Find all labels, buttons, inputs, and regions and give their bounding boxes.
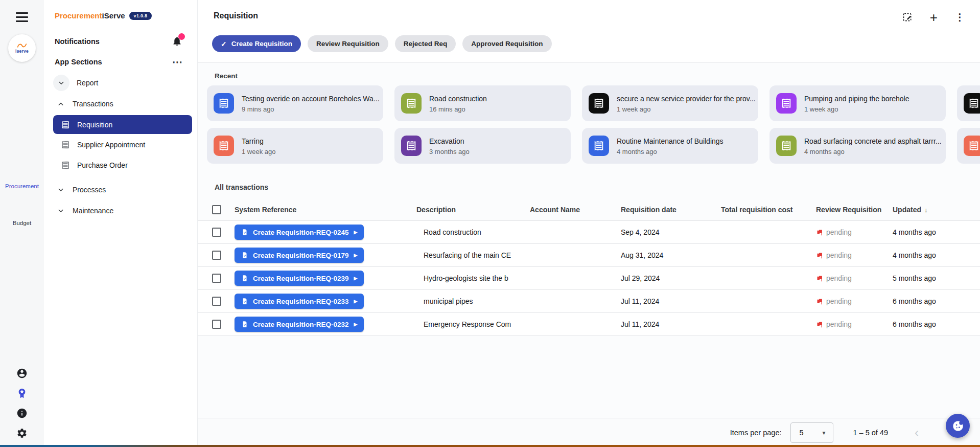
- requisition-reference-button[interactable]: Create Requisition-REQ-0245▶: [235, 225, 364, 240]
- rail-app-budget[interactable]: Budget: [0, 220, 44, 226]
- requisition-reference-button[interactable]: Create Requisition-REQ-0239▶: [235, 271, 364, 286]
- chip-label: Approved Requisition: [471, 40, 543, 48]
- add-button[interactable]: +: [930, 12, 938, 23]
- main-header: Requisition + ⋮ ✓Create Requisition Revi…: [198, 0, 980, 63]
- logo-swirl-icon: [16, 42, 28, 49]
- document-check-icon: [241, 298, 248, 305]
- sidebar-item-requisition[interactable]: Requisition: [53, 115, 192, 134]
- tab-create-requisition[interactable]: ✓Create Requisition: [212, 35, 301, 52]
- receipt-icon: [218, 140, 229, 151]
- tab-review-requisition[interactable]: Review Requisition: [308, 35, 388, 52]
- play-arrow-icon: ▶: [354, 322, 358, 327]
- tab-rejected-req[interactable]: Rejected Req: [395, 35, 456, 52]
- requisition-date-cell: Jul 11, 2024: [621, 297, 721, 305]
- rail-app-procurement[interactable]: Procurement: [0, 183, 44, 189]
- fab-button[interactable]: [946, 414, 970, 438]
- recent-card[interactable]: secure a new service provider for the pr…: [582, 85, 758, 121]
- recent-card[interactable]: Road surfacing concrete and asphalt tarr…: [769, 128, 946, 164]
- recent-card[interactable]: Routine Maintenance of Buildings4 months…: [582, 128, 758, 164]
- kebab-menu-icon[interactable]: ⋮: [955, 12, 965, 23]
- sidebar-section-maintenance[interactable]: Maintenance: [44, 200, 197, 221]
- notifications-label: Notifications: [55, 37, 100, 46]
- row-checkbox[interactable]: [212, 320, 221, 329]
- receipt-icon-badge: [401, 136, 422, 156]
- receipt-icon: [218, 98, 229, 109]
- review-status-cell: pending: [816, 297, 893, 305]
- recent-card[interactable]: Excavation3 months ago: [394, 128, 571, 164]
- section-label: Maintenance: [73, 207, 113, 215]
- info-icon[interactable]: [16, 408, 28, 419]
- row-checkbox[interactable]: [212, 251, 221, 260]
- more-options-icon[interactable]: ⋯: [172, 59, 183, 64]
- row-checkbox[interactable]: [212, 274, 221, 283]
- tab-approved-requisition[interactable]: Approved Requisition: [462, 35, 551, 52]
- previous-page-button[interactable]: ‹: [915, 428, 919, 438]
- requisition-date-cell: Jul 11, 2024: [621, 320, 721, 328]
- card-time: 3 months ago: [429, 148, 470, 155]
- chevron-down-icon: [56, 185, 65, 194]
- select-all-checkbox[interactable]: [212, 205, 221, 214]
- recent-card-peek[interactable]: [957, 85, 980, 121]
- sidebar-section-report[interactable]: Report: [44, 72, 197, 93]
- receipt-icon: [61, 161, 70, 170]
- sidebar-section-transactions[interactable]: Transactions: [44, 93, 197, 114]
- award-icon[interactable]: [16, 388, 28, 399]
- hamburger-menu-icon[interactable]: [16, 12, 28, 22]
- updated-cell: 6 months ago: [893, 297, 967, 305]
- page-title: Requisition: [214, 11, 258, 20]
- receipt-icon-badge: [401, 93, 422, 114]
- sidebar-item-purchase-order[interactable]: Purchase Order: [53, 155, 192, 175]
- sidebar-section-processes[interactable]: Processes: [44, 179, 197, 200]
- recent-card-peek[interactable]: [957, 128, 980, 164]
- sidebar-item-supplier-appointment[interactable]: Supplier Appointment: [53, 135, 192, 154]
- card-time: 1 week ago: [804, 105, 909, 113]
- card-title: Pumping and piping the borehole: [804, 95, 909, 103]
- row-checkbox[interactable]: [212, 228, 221, 237]
- updated-cell: 4 months ago: [893, 228, 967, 236]
- edit-view-button[interactable]: [902, 12, 913, 23]
- recent-card[interactable]: Testing overide on account Boreholes Wa.…: [207, 85, 383, 121]
- items-per-page-select[interactable]: 5 ▼: [790, 422, 833, 443]
- nav-item-label: Supplier Appointment: [77, 141, 145, 149]
- receipt-icon: [406, 98, 417, 109]
- recent-card[interactable]: Tarring1 week ago: [207, 128, 383, 164]
- items-per-page-label: Items per page:: [730, 429, 782, 437]
- requisition-reference-button[interactable]: Create Requisition-REQ-0232▶: [235, 317, 364, 332]
- description-cell: Road construction: [416, 228, 530, 236]
- requisition-reference-button[interactable]: Create Requisition-REQ-0179▶: [235, 248, 364, 263]
- receipt-icon: [968, 98, 979, 109]
- receipt-icon-badge: [964, 136, 980, 156]
- col-updated-label: Updated: [893, 206, 921, 214]
- description-cell: municipal pipes: [416, 297, 530, 305]
- reference-label: Create Requisition-REQ-0232: [253, 321, 349, 328]
- col-description: Description: [416, 206, 530, 214]
- recent-card[interactable]: Pumping and piping the borehole1 week ag…: [769, 85, 946, 121]
- flag-icon: [816, 275, 824, 282]
- iserve-logo-avatar[interactable]: iserve: [8, 34, 36, 62]
- flag-icon: [816, 252, 824, 259]
- requisition-reference-button[interactable]: Create Requisition-REQ-0233▶: [235, 294, 364, 309]
- table-row: Create Requisition-REQ-0239▶ Hydro-geolo…: [198, 267, 980, 290]
- recent-card[interactable]: Road construction16 mins ago: [394, 85, 571, 121]
- card-title: Road surfacing concrete and asphalt tarr…: [804, 137, 941, 145]
- card-title: Excavation: [429, 137, 464, 145]
- row-checkbox[interactable]: [212, 297, 221, 306]
- settings-icon[interactable]: [16, 428, 28, 439]
- table-row: Create Requisition-REQ-0233▶ municipal p…: [198, 290, 980, 313]
- pending-label: pending: [826, 251, 852, 259]
- receipt-icon: [593, 98, 604, 109]
- play-arrow-icon: ▶: [354, 230, 358, 235]
- receipt-icon: [61, 140, 70, 149]
- header-actions: + ⋮: [902, 12, 965, 23]
- version-badge: v1.0.8: [129, 12, 152, 20]
- table-row: Create Requisition-REQ-0179▶ Resurfacing…: [198, 244, 980, 267]
- brand-secondary: iServe: [102, 11, 125, 20]
- description-cell: Emergency Response Com: [416, 320, 530, 328]
- recent-cards-row-1: Testing overide on account Boreholes Wa.…: [207, 85, 980, 121]
- notifications-bell-button[interactable]: [172, 36, 183, 47]
- col-updated[interactable]: Updated↓: [893, 206, 967, 214]
- receipt-icon: [968, 140, 979, 151]
- sort-desc-icon: ↓: [924, 206, 928, 214]
- account-icon[interactable]: [16, 368, 28, 379]
- description-cell: Hydro-geologists site the b: [416, 274, 530, 282]
